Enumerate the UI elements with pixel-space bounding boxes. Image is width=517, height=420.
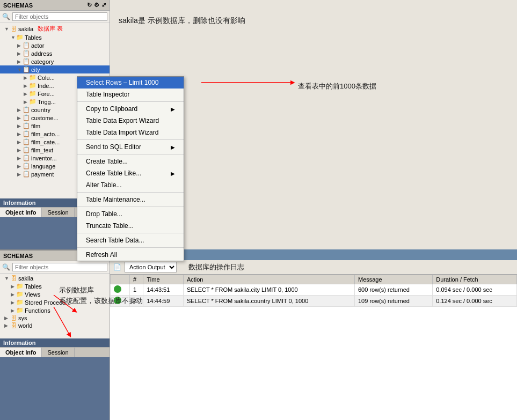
output-table-container: # Time Action Message Duration / Fetch 1… [110,275,517,420]
menu-item-create-table-like[interactable]: Create Table Like... ▶ [77,167,184,179]
output-type-select[interactable]: Action Output [125,262,177,272]
tab-object-info[interactable]: Object Info [0,208,42,217]
tree-item-city[interactable]: ▼ 📋 city [0,65,110,73]
menu-separator-1 [77,101,184,102]
tree-item-category[interactable]: ▶ 📋 category [0,57,110,65]
row1-time: 14:43:51 [143,284,183,296]
tree-item-tables[interactable]: ▼ 📁 Tables [0,33,110,41]
col-action: Action [183,275,354,284]
db-annotation: 数据库 表 [38,25,63,33]
col-duration: Duration / Fetch [433,275,517,284]
tree-item-actor[interactable]: ▶ 📋 actor [0,41,110,49]
menu-item-drop-table[interactable]: Drop Table... [77,208,184,220]
menu-item-import[interactable]: Table Data Import Wizard [77,127,184,138]
table-row: 2 14:44:59 SELECT * FROM sakila.country … [111,296,517,307]
menu-separator-3 [77,154,184,154]
arrow-svg [201,77,298,88]
row2-num: 2 [129,296,143,307]
row2-message: 109 row(s) returned [354,296,432,307]
select-rows-annotation: 查看表中的前1000条数据 [298,82,376,91]
menu-separator-5 [77,207,184,207]
bottom-search-icon: 🔍 [2,263,10,271]
menu-item-send-sql[interactable]: Send to SQL Editor ▶ [77,141,184,153]
menu-item-search[interactable]: Search Table Data... [77,234,184,246]
menu-item-alter-table[interactable]: Alter Table... [77,179,184,191]
menu-item-table-inspector[interactable]: Table Inspector [77,89,184,100]
status-ok-icon [114,285,121,293]
output-annotation: 数据库的操作日志 [188,262,244,272]
row2-action: SELECT * FROM sakila.country LIMIT 0, 10… [183,296,354,307]
bottom-info-bar: Information [0,338,110,347]
menu-item-maintenance[interactable]: Table Maintenance... [77,194,184,205]
menu-separator-2 [77,139,184,140]
row1-message: 600 row(s) returned [354,284,432,296]
row2-duration: 0.124 sec / 0.000 sec [433,296,517,307]
output-toolbar: 📄 Action Output 数据库的操作日志 [110,260,517,275]
refresh-icon[interactable]: ↻ [87,2,92,9]
row2-status [111,296,130,307]
context-menu: Select Rows – Limit 1000 Table Inspector… [77,76,184,261]
menu-separator-6 [77,233,184,233]
bottom-tree-tables[interactable]: ▶ 📁 Tables [0,282,110,290]
table-row: 1 14:43:51 SELECT * FROM sakila.city LIM… [111,284,517,296]
schemas-label: SCHEMAS [3,2,33,9]
menu-item-create-table[interactable]: Create Table... [77,156,184,167]
status-ok-icon-2 [114,297,121,304]
output-toolbar-icon: 📄 [113,263,121,271]
bottom-tree-world[interactable]: ▶ 🗄 world [0,322,110,329]
menu-item-export[interactable]: Table Data Export Wizard [77,115,184,127]
menu-separator-4 [77,192,184,193]
tree-item-address[interactable]: ▶ 📋 address [0,49,110,57]
settings-icon[interactable]: ⚙ [94,2,99,9]
bottom-schemas-label: SCHEMAS [3,253,33,259]
bottom-info-content [0,357,110,420]
filter-input[interactable] [12,12,107,21]
row1-duration: 0.094 sec / 0.000 sec [433,284,517,296]
bottom-tree-functions[interactable]: ▶ 📁 Functions [0,306,110,314]
bottom-tree-stored-procs[interactable]: ▶ 📁 Stored Procedu... [0,298,110,306]
row2-time: 14:44:59 [143,296,183,307]
output-panel: Output 📄 Action Output 数据库的操作日志 # Time A… [110,249,517,420]
bottom-filter-input[interactable] [12,263,107,271]
row1-action: SELECT * FROM sakila.city LIMIT 0, 1000 [183,284,354,296]
menu-item-select-rows[interactable]: Select Rows – Limit 1000 [77,77,184,89]
bottom-tab-bar: Object Info Session [0,347,110,357]
menu-item-refresh[interactable]: Refresh All [77,249,184,261]
bottom-tree-sakila[interactable]: ▼ 🗄 sakila [0,275,110,282]
bottom-schema-tree: ▼ 🗄 sakila ▶ 📁 Tables ▶ 📁 Views ▶ 📁 Stor… [0,274,110,338]
menu-separator-7 [77,247,184,248]
tree-item-sakila[interactable]: ▼ 🗄 sakila 数据库 表 [0,24,110,33]
bottom-tab-session[interactable]: Session [42,348,74,357]
menu-item-copy-clipboard[interactable]: Copy to Clipboard ▶ [77,103,184,115]
search-icon: 🔍 [2,13,10,20]
col-num: # [129,275,143,284]
bottom-filter-bar: 🔍 [0,261,110,274]
resize-icon[interactable]: ⤢ [101,2,106,9]
row1-status [111,284,130,296]
main-annotation-text: sakila是 示例数据库，删除也没有影响 [119,16,245,25]
bottom-tab-object-info[interactable]: Object Info [0,348,42,357]
tab-session[interactable]: Session [42,208,74,217]
filter-bar: 🔍 [0,11,110,23]
col-time: Time [143,275,183,284]
main-annotation-area: sakila是 示例数据库，删除也没有影响 [119,16,508,26]
menu-item-truncate[interactable]: Truncate Table... [77,220,184,232]
schemas-header-icons: ↻ ⚙ ⤢ [87,2,106,9]
schemas-header: SCHEMAS ↻ ⚙ ⤢ [0,0,110,11]
bottom-tree-sys[interactable]: ▶ 🗄 sys [0,314,110,322]
output-table: # Time Action Message Duration / Fetch 1… [110,275,517,307]
bottom-tree-views[interactable]: ▶ 📁 Views [0,290,110,298]
bottom-schemas-panel: SCHEMAS ↻ ⚙ ⤢ 🔍 ▼ 🗄 sakila ▶ 📁 Tables ▶ … [0,249,110,420]
col-status-icon [111,275,130,284]
col-message: Message [354,275,432,284]
row1-num: 1 [129,284,143,296]
